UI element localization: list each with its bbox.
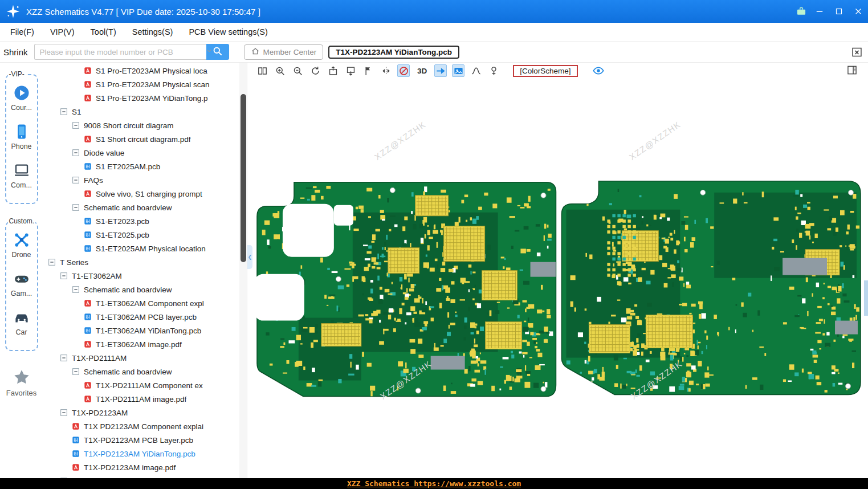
menu-item[interactable]: PCB View settings(S) xyxy=(181,27,275,36)
pcb-board-image[interactable] xyxy=(247,79,868,478)
tree-item[interactable]: T1X-PD2123AM image.pdf xyxy=(43,461,239,474)
collapse-icon[interactable] xyxy=(47,258,56,267)
eye-icon[interactable] xyxy=(592,64,606,77)
menu-item[interactable]: Settings(S) xyxy=(124,27,181,36)
mirror-flip-icon[interactable] xyxy=(380,64,392,77)
tree-item[interactable]: S1-ET2025.pcb xyxy=(43,228,239,242)
probe-icon[interactable] xyxy=(487,64,500,77)
tree-item[interactable]: S1 Pro-ET2023AM Physical loca xyxy=(43,64,239,78)
rotate-view-icon[interactable] xyxy=(309,64,321,77)
tree-item-label: T1-ET3062AM image.pdf xyxy=(96,340,182,349)
zoom-in-icon[interactable] xyxy=(274,64,286,77)
shrink-button[interactable]: Shrink xyxy=(3,47,28,57)
collapse-icon[interactable] xyxy=(71,176,80,185)
sidebar-item-drone[interactable]: Drone xyxy=(6,231,37,259)
sidebar-item-favorites[interactable]: Favorites xyxy=(0,368,43,397)
tree-item[interactable]: S1 xyxy=(43,105,239,119)
tree-item[interactable]: Solve vivo, S1 charging prompt xyxy=(43,187,239,201)
tree-item[interactable]: T1X-PD2111AM Component ex xyxy=(43,378,239,392)
maximize-button[interactable] xyxy=(829,0,849,23)
close-button[interactable] xyxy=(849,0,868,23)
tree-item[interactable]: S1 Pro-ET2023AM Physical scan xyxy=(43,78,239,91)
jump-arrow-icon[interactable] xyxy=(434,64,447,77)
search-input[interactable] xyxy=(34,44,217,60)
collapse-icon[interactable] xyxy=(71,367,80,376)
sidebar-item-cour[interactable]: Cour... xyxy=(6,84,37,112)
tree-item[interactable]: 9008 Short circuit diagram xyxy=(43,119,239,132)
sidebar-item-gam[interactable]: Gam... xyxy=(6,270,37,298)
member-center-button[interactable]: Member Center xyxy=(244,44,324,60)
tree-item[interactable]: T1X-PD2123AM PCB Layer.pcb xyxy=(43,433,239,447)
pcb-file-icon xyxy=(83,326,92,335)
tree-item[interactable]: T1X PD2123AM Component explai xyxy=(43,419,239,433)
pdf-file-icon xyxy=(83,189,92,198)
tree-item[interactable]: Schematic and boardview xyxy=(43,201,239,214)
tree-item[interactable]: T1X-PD2123AM xyxy=(43,406,239,419)
tree-item[interactable]: T1X-PD2111AM xyxy=(43,351,239,365)
curve-icon[interactable] xyxy=(470,64,482,77)
statusbar-text: XZZ Schematics https://www.xzztools.com xyxy=(347,479,521,488)
tree-item-label: S1 xyxy=(72,108,81,116)
tree-item[interactable]: T1X-PD2123AM YiDianTong.pcb xyxy=(43,447,239,461)
collapse-icon[interactable] xyxy=(71,203,80,212)
tree-item[interactable]: T2X-PD2188AM xyxy=(43,474,239,478)
diode-mode-icon[interactable] xyxy=(397,64,410,77)
sidebar-item-car[interactable]: Car xyxy=(6,309,37,336)
tree-scrollbar-track[interactable] xyxy=(239,63,247,478)
collapse-icon[interactable] xyxy=(71,121,80,130)
top-layer-icon[interactable] xyxy=(327,64,339,77)
tree-item[interactable]: S1-ET2025AM Physical location xyxy=(43,242,239,255)
sidebar-item-com[interactable]: Com... xyxy=(6,162,37,189)
tree-item[interactable]: Schematic and boardview xyxy=(43,283,239,296)
tree-item[interactable]: T1-ET3062AM YiDianTong.pcb xyxy=(43,324,239,337)
sidebar-item-label: Cour... xyxy=(6,104,37,112)
tree-item[interactable]: S1 Pro-ET2023AM YiDianTong.p xyxy=(43,91,239,105)
tree-item-label: Schematic and boardview xyxy=(84,368,172,376)
tree-item[interactable]: T1-ET3062AM xyxy=(43,269,239,283)
document-tab[interactable]: T1X-PD2123AM YiDianTong.pcb xyxy=(328,46,459,59)
tree-item[interactable]: Diode value xyxy=(43,146,239,160)
bottom-layer-icon[interactable] xyxy=(344,64,357,77)
tree-item[interactable]: T1X-PD2111AM image.pdf xyxy=(43,392,239,406)
tree-item-label: T1-ET3062AM YiDianTong.pcb xyxy=(96,327,201,335)
colorscheme-button[interactable]: [ColorScheme] xyxy=(513,65,577,77)
pcb-file-icon xyxy=(71,435,80,445)
menu-item[interactable]: File(F) xyxy=(2,27,42,36)
tree-scrollbar-thumb[interactable] xyxy=(241,94,246,262)
collapse-icon[interactable] xyxy=(59,353,68,362)
minimize-button[interactable] xyxy=(810,0,829,23)
tree-item[interactable]: T Series xyxy=(43,255,239,269)
tree-item[interactable]: FAQs xyxy=(43,173,239,187)
tree-item[interactable]: S1 Short circuit diagram.pdf xyxy=(43,132,239,146)
collapse-icon[interactable] xyxy=(71,285,80,294)
pcb-canvas[interactable]: XZZ@XZZHKXZZ@XZZHKXZZ@XZZHKXZZ@XZZHK xyxy=(247,79,868,478)
tree-item[interactable]: T1-ET3062AM Component expl xyxy=(43,296,239,310)
tree-item[interactable]: Schematic and boardview xyxy=(43,365,239,378)
menu-item[interactable]: Tool(T) xyxy=(83,27,124,36)
collapse-icon[interactable] xyxy=(59,271,68,280)
viewer-scrollbar-thumb[interactable] xyxy=(864,280,868,316)
collapse-icon[interactable] xyxy=(71,148,80,157)
flag-icon[interactable] xyxy=(362,64,374,77)
tree-item[interactable]: S1 ET2025AM.pcb xyxy=(43,160,239,173)
tree-item[interactable]: T1-ET3062AM image.pdf xyxy=(43,337,239,351)
zoom-out-icon[interactable] xyxy=(291,64,304,77)
collapse-icon[interactable] xyxy=(59,476,68,478)
computer-icon xyxy=(13,162,30,179)
screenshot-icon[interactable] xyxy=(452,64,464,77)
close-document-icon[interactable] xyxy=(851,46,863,58)
collapse-icon[interactable] xyxy=(59,408,68,417)
tree-item[interactable]: S1-ET2023.pcb xyxy=(43,214,239,228)
tree-item-label: T1-ET3062AM PCB layer.pcb xyxy=(96,313,197,321)
split-view-icon[interactable] xyxy=(256,64,268,77)
collapse-panel-handle[interactable]: ❮ xyxy=(247,245,252,269)
sidebar-group-label: -VIP- xyxy=(8,70,26,78)
sidebar: -VIP-Cour...PhoneCom...Custom.DroneGam..… xyxy=(0,63,43,478)
menu-item[interactable]: VIP(V) xyxy=(42,27,83,36)
layers-panel-icon[interactable] xyxy=(846,64,859,77)
tree-item[interactable]: T1-ET3062AM PCB layer.pcb xyxy=(43,310,239,324)
briefcase-icon[interactable] xyxy=(793,0,810,23)
3d-view-button[interactable]: 3D xyxy=(415,64,429,77)
collapse-icon[interactable] xyxy=(59,107,68,116)
sidebar-item-phone[interactable]: Phone xyxy=(6,123,37,150)
